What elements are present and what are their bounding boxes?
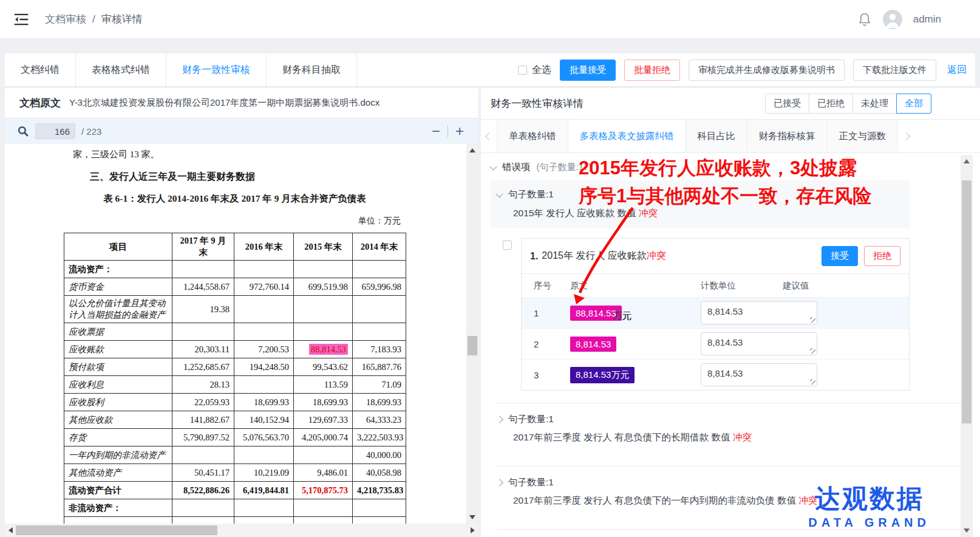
row-index: 3: [530, 370, 570, 380]
value-cell: 140,152.94: [234, 411, 294, 429]
mode-tab[interactable]: 财务科目抽取: [267, 53, 357, 86]
menu-fold-icon[interactable]: [13, 12, 32, 27]
value-cell: 50,451.17: [172, 464, 234, 482]
error-group-header[interactable]: 错误项 (句子数量:17): [491, 154, 961, 180]
batch-reject-button[interactable]: 批量拒绝: [624, 60, 680, 81]
document-panel: 文档原文 Y-3北京城建投资发展股份有限公司2017年度第一期中期票据募集说明书…: [5, 88, 478, 537]
table-row: 应收票据: [64, 323, 406, 341]
document-viewport: 家，三级公司 13 家。 三、发行人近三年及一期主要财务数据 表 6-1：发行人…: [5, 144, 478, 524]
select-all-checkbox[interactable]: [518, 66, 527, 75]
mode-tab[interactable]: 文档纠错: [5, 53, 76, 86]
value-cell: 19.38: [172, 296, 234, 323]
batch-accept-button[interactable]: 批量接受: [560, 60, 616, 81]
breadcrumb-review-detail: 审核详情: [101, 12, 143, 26]
row-label-cell: 非流动资产：: [64, 499, 172, 517]
collapsed-error-item: 句子数量:12017年前三季度 发行人 有息负债下的长期借款 数值 冲突: [491, 403, 961, 454]
value-cell: 4,205,000.74: [294, 429, 353, 446]
value-cell: [234, 517, 294, 524]
reject-button[interactable]: 拒绝: [864, 246, 900, 266]
document-filename: Y-3北京城建投资发展股份有限公司2017年度第一期中期票据募集说明书.docx: [69, 97, 379, 109]
scroll-left-arrow[interactable]: [9, 527, 13, 533]
mode-tab[interactable]: 表格格式纠错: [76, 53, 166, 86]
table-row: 应收账款20,303.117,200.5388,814.537,183.93: [64, 341, 406, 358]
value-cell: 71.09: [353, 376, 406, 394]
scroll-right-arrow[interactable]: [471, 527, 475, 533]
breadcrumb-doc-review[interactable]: 文档审核: [45, 12, 86, 26]
value-cell: 7,200.53: [234, 341, 294, 358]
table-column-header: 2016 年末: [234, 233, 294, 261]
mode-tab[interactable]: 财务一致性审核: [166, 53, 267, 86]
value-cell: 40,000.00: [353, 446, 406, 464]
row-label-cell: 一年内到期的非流动资产: [64, 446, 172, 464]
suggestion-input[interactable]: 8,814.53: [701, 332, 817, 355]
scroll-up-arrow[interactable]: [469, 148, 475, 152]
table-column-header: 2014 年末: [353, 233, 406, 261]
value-cell: [234, 296, 294, 323]
review-tab[interactable]: 财务指标核算: [747, 120, 828, 152]
review-title: 财务一致性审核详情: [491, 97, 584, 111]
table-row: 一年内到期的非流动资产40,000.00: [64, 446, 406, 464]
suggestion-input[interactable]: 8,814.53: [701, 301, 817, 324]
review-vertical-scrollbar[interactable]: [961, 155, 973, 537]
tabs-scroll-right-icon[interactable]: [898, 120, 914, 152]
document-vertical-scrollbar[interactable]: [466, 144, 478, 524]
row-label-cell: 预付款项: [64, 358, 172, 376]
error-group-count: (句子数量:17): [537, 162, 592, 173]
chevron-down-icon: [495, 190, 503, 198]
value-cell: 9,486.01: [294, 464, 353, 482]
vertical-scroll-thumb[interactable]: [468, 336, 477, 355]
card-table-header: 序号 原文 计数单位 建议值: [522, 274, 909, 297]
value-cell: [172, 499, 234, 517]
bell-icon[interactable]: [857, 12, 872, 27]
vertical-scroll-thumb[interactable]: [962, 180, 971, 423]
status-filter-button[interactable]: 全部: [896, 94, 931, 114]
value-cell: 7,183.93: [353, 341, 406, 358]
review-tab[interactable]: 正文与源数: [828, 120, 899, 152]
review-header: 财务一致性审核详情 已接受已拒绝未处理全部: [481, 88, 980, 120]
tabs-scroll-left-icon[interactable]: [481, 120, 497, 152]
collapsed-error-toggle[interactable]: 句子数量:1: [497, 413, 961, 426]
review-tab[interactable]: 多表格及表文披露纠错: [568, 120, 686, 152]
logo-english: DATA GRAND: [808, 516, 930, 528]
suggestion-input[interactable]: 8,814.53: [701, 363, 817, 386]
status-filter-button[interactable]: 已接受: [765, 94, 809, 114]
finish-review-button[interactable]: 审核完成并生成修改版募集说明书: [689, 60, 845, 81]
table-row: 流动资产合计8,522,886.266,419,844.815,170,875.…: [64, 482, 406, 499]
horizontal-scroll-thumb[interactable]: [16, 525, 217, 535]
value-cell: [294, 446, 353, 464]
review-tab[interactable]: 科目占比: [686, 120, 747, 152]
scroll-up-arrow[interactable]: [964, 159, 970, 163]
download-annotated-button[interactable]: 下载批注版文件: [853, 60, 936, 81]
value-cell: 113.59: [294, 376, 353, 394]
scroll-down-arrow[interactable]: [469, 515, 475, 519]
scroll-down-arrow[interactable]: [964, 528, 970, 533]
document-horizontal-scrollbar[interactable]: [5, 524, 478, 537]
error-card-checkbox[interactable]: [503, 241, 512, 250]
status-filter-button[interactable]: 已拒绝: [809, 94, 853, 114]
value-cell: [172, 446, 234, 464]
user-avatar[interactable]: [883, 10, 902, 29]
row-label-cell: 以公允价值计量且其变动计入当期损益的金融资产: [64, 296, 172, 323]
accept-button[interactable]: 接受: [822, 246, 858, 266]
table-row: 其他流动资产50,451.1710,219.099,486.0140,058.9…: [64, 464, 406, 482]
top-bar: 文档审核 / 审核详情 admin: [0, 0, 980, 39]
expanded-error-toggle[interactable]: 句子数量:1: [497, 188, 910, 201]
review-tab[interactable]: 单表格纠错: [497, 120, 568, 152]
error-group-label: 错误项: [502, 161, 531, 174]
row-label-cell: 其他流动资产: [64, 464, 172, 482]
row-label-cell: [64, 517, 172, 524]
conflict-badge: 冲突: [647, 250, 666, 262]
zoom-in-button[interactable]: +: [455, 124, 464, 139]
error-list: 错误项 (句子数量:17) 句子数量:1 2015年 发行人 应收账款 数值 冲…: [481, 154, 961, 537]
review-panel: 财务一致性审核详情 已接受已拒绝未处理全部 单表格纠错多表格及表文披露纠错科目占…: [481, 88, 980, 537]
value-cell: 1,252,685.67: [172, 358, 234, 376]
username-label[interactable]: admin: [913, 13, 941, 26]
status-filter-button[interactable]: 未处理: [852, 94, 897, 114]
value-cell: [353, 517, 406, 524]
back-link[interactable]: 返回: [947, 64, 967, 77]
table-row: 以公允价值计量且其变动计入当期损益的金融资产19.38: [64, 296, 406, 323]
zoom-out-button[interactable]: −: [432, 124, 440, 139]
select-all-label: 全选: [532, 64, 551, 77]
search-icon[interactable]: [17, 125, 29, 137]
page-number-input[interactable]: [35, 123, 75, 139]
